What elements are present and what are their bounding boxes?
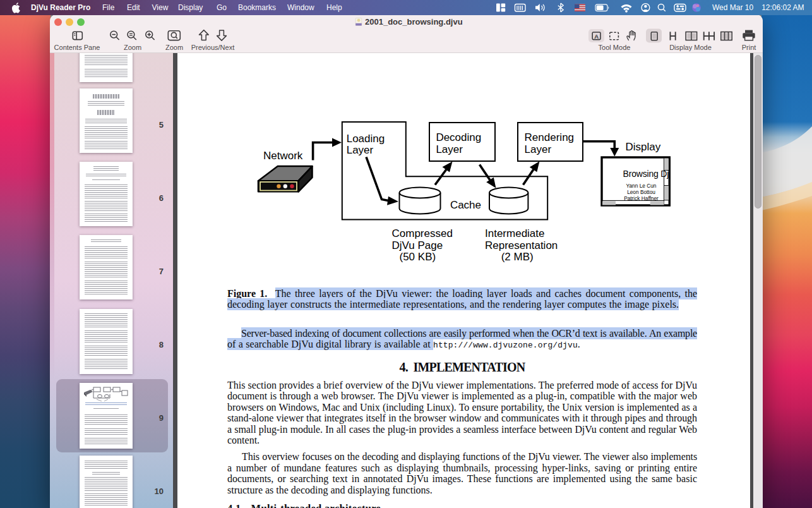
svg-text:Compressed: Compressed [392, 227, 453, 239]
svg-text:Network: Network [263, 150, 303, 162]
svg-text:Rendering: Rendering [525, 131, 574, 143]
svg-text:Leon Bottou: Leon Bottou [627, 189, 655, 195]
svg-text:Patrick Haffner: Patrick Haffner [624, 195, 659, 202]
svg-text:Yann Le Cun: Yann Le Cun [626, 183, 657, 189]
svg-text:Representation: Representation [485, 239, 558, 251]
svg-text:(50 KB): (50 KB) [400, 251, 436, 263]
svg-text:Intermediate: Intermediate [485, 227, 545, 239]
svg-text:Layer: Layer [525, 143, 552, 155]
svg-text:Loading: Loading [347, 133, 385, 145]
svg-text:Layer: Layer [347, 144, 374, 156]
svg-text:Decoding: Decoding [436, 131, 481, 143]
svg-text:Layer: Layer [436, 143, 463, 155]
svg-text:Browsing Dj: Browsing Dj [623, 169, 669, 179]
svg-text:Display: Display [625, 141, 660, 153]
svg-text:Cache: Cache [450, 199, 481, 211]
svg-text:(2 MB): (2 MB) [501, 251, 534, 263]
svg-text:A: A [594, 33, 599, 40]
svg-text:DjVu Page: DjVu Page [392, 239, 443, 251]
